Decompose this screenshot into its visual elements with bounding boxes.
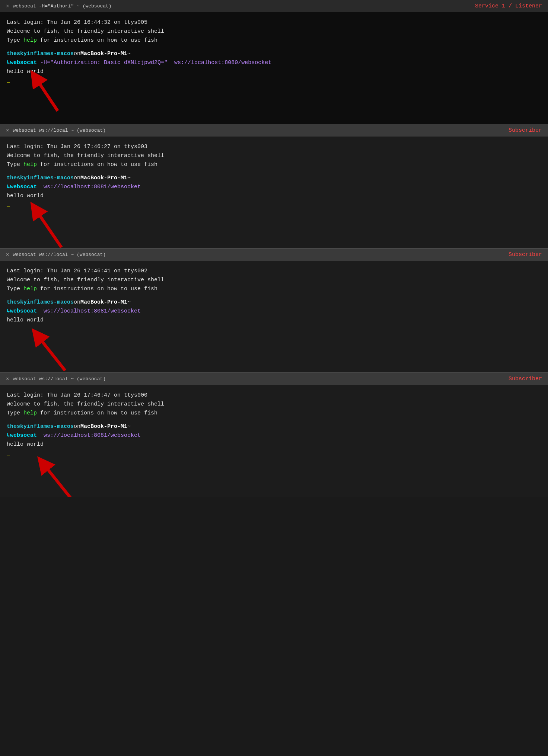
terminal-output-line: Last login: Thu Jan 26 17:46:47 on ttys0…	[7, 391, 541, 400]
role-badge: Subscriber	[509, 252, 542, 258]
titlebar-title: websocat ws://local ~ (websocat)	[13, 376, 106, 382]
cursor-line: _	[7, 449, 541, 458]
spacer-line	[7, 45, 541, 49]
terminal-window-4: ×websocat ws://local ~ (websocat)Subscri…	[0, 372, 548, 497]
titlebar-title: websocat ws://local ~ (websocat)	[13, 252, 106, 257]
close-button[interactable]: ×	[6, 128, 9, 134]
help-line: Type help for instructions on how to use…	[7, 409, 541, 418]
terminal-output-line: Welcome to fish, the friendly interactiv…	[7, 27, 541, 36]
terminal-output-line: hello world	[7, 67, 541, 76]
titlebar-3: ×websocat ws://local ~ (websocat)Subscri…	[0, 248, 548, 261]
terminal-output-line: Welcome to fish, the friendly interactiv…	[7, 151, 541, 160]
close-button[interactable]: ×	[6, 3, 9, 9]
help-line: Type help for instructions on how to use…	[7, 36, 541, 45]
terminal-body-1[interactable]: Last login: Thu Jan 26 16:44:32 on ttys0…	[0, 12, 548, 124]
titlebar-2: ×websocat ws://local ~ (websocat)Subscri…	[0, 124, 548, 137]
cursor-line: _	[7, 201, 541, 209]
terminal-window-3: ×websocat ws://local ~ (websocat)Subscri…	[0, 248, 548, 372]
svg-line-3	[43, 463, 73, 497]
prompt-line: theskyinflames-macos on MacBook-Pro-M1 ~	[7, 174, 541, 183]
terminal-output-line: hello world	[7, 316, 541, 325]
spacer-line	[7, 169, 541, 174]
role-badge: Service 1 / Listener	[475, 3, 542, 9]
titlebar-4: ×websocat ws://local ~ (websocat)Subscri…	[0, 372, 548, 385]
terminal-output-line: Last login: Thu Jan 26 16:44:32 on ttys0…	[7, 18, 541, 27]
help-line: Type help for instructions on how to use…	[7, 285, 541, 294]
terminal-body-2[interactable]: Last login: Thu Jan 26 17:46:27 on ttys0…	[0, 137, 548, 248]
close-button[interactable]: ×	[6, 376, 9, 382]
cursor-line: _	[7, 76, 541, 85]
terminal-output-line: hello world	[7, 440, 541, 449]
terminal-output-line: Last login: Thu Jan 26 17:46:27 on ttys0…	[7, 142, 541, 151]
titlebar-title: websocat -H="Authori" ~ (websocat)	[13, 3, 111, 9]
cursor-line: _	[7, 325, 541, 334]
prompt-line: theskyinflames-macos on MacBook-Pro-M1 ~	[7, 49, 541, 58]
terminal-body-4[interactable]: Last login: Thu Jan 26 17:46:47 on ttys0…	[0, 385, 548, 497]
app-container: ×websocat -H="Authori" ~ (websocat)Servi…	[0, 0, 548, 497]
close-button[interactable]: ×	[6, 252, 9, 258]
terminal-window-1: ×websocat -H="Authori" ~ (websocat)Servi…	[0, 0, 548, 124]
terminal-output-line: Welcome to fish, the friendly interactiv…	[7, 400, 541, 409]
spacer-line	[7, 294, 541, 298]
command-line: ↳websocat -H="Authorization: Basic dXNlc…	[7, 58, 541, 67]
terminal-window-2: ×websocat ws://local ~ (websocat)Subscri…	[0, 124, 548, 248]
terminal-body-3[interactable]: Last login: Thu Jan 26 17:46:41 on ttys0…	[0, 261, 548, 372]
command-line: ↳websocat ws://localhost:8081/websocket	[7, 183, 541, 192]
titlebar-1: ×websocat -H="Authori" ~ (websocat)Servi…	[0, 0, 548, 12]
terminal-output-line: hello world	[7, 192, 541, 201]
prompt-line: theskyinflames-macos on MacBook-Pro-M1 ~	[7, 298, 541, 307]
role-badge: Subscriber	[509, 376, 542, 382]
command-line: ↳websocat ws://localhost:8081/websocket	[7, 307, 541, 316]
prompt-line: theskyinflames-macos on MacBook-Pro-M1 ~	[7, 422, 541, 431]
command-line: ↳websocat ws://localhost:8081/websocket	[7, 431, 541, 440]
terminal-output-line: Welcome to fish, the friendly interactiv…	[7, 276, 541, 285]
help-line: Type help for instructions on how to use…	[7, 160, 541, 169]
svg-line-2	[37, 335, 65, 371]
spacer-line	[7, 418, 541, 422]
terminal-output-line: Last login: Thu Jan 26 17:46:41 on ttys0…	[7, 267, 541, 276]
svg-line-1	[35, 209, 61, 247]
titlebar-title: websocat ws://local ~ (websocat)	[13, 128, 106, 133]
role-badge: Subscriber	[509, 127, 542, 134]
